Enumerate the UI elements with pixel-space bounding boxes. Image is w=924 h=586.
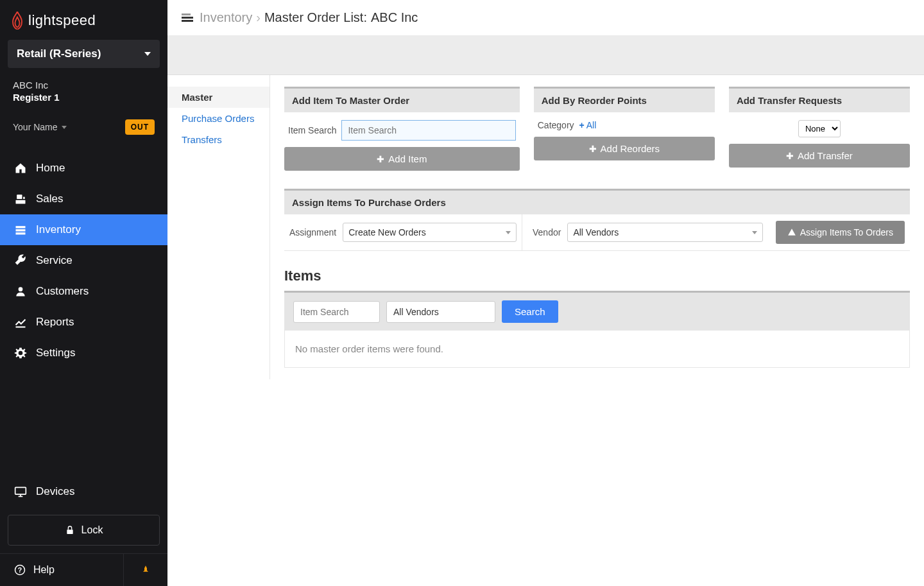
lock-icon — [65, 525, 75, 535]
toolbar-placeholder — [167, 37, 924, 75]
chart-icon — [14, 316, 27, 329]
panel-transfer-title: Add Transfer Requests — [729, 87, 910, 112]
nav-reports[interactable]: Reports — [0, 307, 167, 338]
wrench-icon — [14, 254, 27, 267]
flame-icon — [10, 12, 24, 30]
vendor-label: Vendor — [533, 227, 561, 237]
help-button[interactable]: ? Help — [0, 554, 124, 586]
logo: lightspeed — [0, 0, 167, 40]
nav-devices[interactable]: Devices — [0, 476, 167, 507]
user-icon — [14, 285, 27, 298]
help-icon: ? — [14, 564, 26, 576]
transfer-select[interactable]: None — [798, 120, 841, 137]
breadcrumb-section[interactable]: Inventory — [200, 10, 252, 25]
svg-rect-0 — [16, 200, 26, 204]
svg-rect-8 — [15, 487, 26, 494]
assign-items-button[interactable]: Assign Items To Orders — [776, 221, 905, 244]
content: Master Purchase Orders Transfers Add Ite… — [167, 75, 924, 379]
warning-icon — [787, 228, 796, 237]
nav-customers[interactable]: Customers — [0, 276, 167, 307]
items-panel: All Vendors Search No master order items… — [284, 291, 910, 368]
user-row[interactable]: Your Name OUT — [8, 116, 160, 139]
svg-rect-5 — [16, 232, 26, 234]
add-transfer-button[interactable]: ✚ Add Transfer — [729, 144, 910, 168]
vendor-select[interactable]: All Vendors — [567, 223, 762, 242]
plus-icon: ✚ — [377, 154, 384, 164]
pin-button[interactable] — [124, 554, 167, 586]
register-icon — [14, 193, 27, 205]
lock-button[interactable]: Lock — [8, 515, 160, 546]
search-button[interactable]: Search — [502, 300, 558, 323]
svg-text:?: ? — [18, 566, 22, 574]
chevron-down-icon — [506, 231, 511, 234]
add-reorders-button[interactable]: ✚ Add Reorders — [534, 137, 715, 160]
panel-assign: Assign Items To Purchase Orders Assignme… — [284, 189, 910, 251]
panel-add-item: Add Item To Master Order Item Search ✚ A… — [284, 87, 520, 171]
chevron-down-icon — [752, 231, 757, 234]
svg-rect-2 — [23, 197, 24, 199]
main-nav: Home Sales Inventory Service — [0, 153, 167, 476]
panel-add-item-title: Add Item To Master Order — [284, 87, 520, 112]
svg-rect-11 — [67, 530, 73, 534]
category-all-link[interactable]: + All — [579, 120, 597, 130]
nav-inventory[interactable]: Inventory — [0, 214, 167, 245]
product-switcher[interactable]: Retail (R-Series) — [8, 40, 160, 68]
panel-assign-title: Assign Items To Purchase Orders — [284, 189, 910, 214]
nav-service[interactable]: Service — [0, 245, 167, 276]
svg-rect-1 — [17, 194, 22, 199]
items-vendor-select[interactable]: All Vendors — [386, 301, 495, 323]
item-search-label: Item Search — [288, 125, 336, 135]
logo-text: lightspeed — [28, 12, 96, 29]
category-label: Category — [538, 120, 574, 130]
panel-reorder: Add By Reorder Points Category + All ✚ — [534, 87, 715, 171]
assignment-label: Assignment — [289, 227, 336, 237]
panels: Add Item To Master Order Item Search ✚ A… — [270, 75, 924, 379]
svg-point-6 — [19, 287, 23, 291]
items-heading: Items — [284, 268, 910, 284]
panel-reorder-title: Add By Reorder Points — [534, 87, 715, 112]
gear-icon — [14, 347, 27, 359]
breadcrumb-entity: ABC Inc — [371, 10, 418, 25]
topbar: Inventory › Master Order List: ABC Inc — [167, 0, 924, 37]
empty-message: No master order items were found. — [284, 331, 910, 368]
register-name: Register 1 — [13, 92, 155, 103]
subnav-transfers[interactable]: Transfers — [167, 129, 270, 150]
home-icon — [14, 162, 27, 175]
items-search-input[interactable] — [293, 301, 380, 323]
sidebar-footer: ? Help — [0, 553, 167, 586]
svg-rect-4 — [16, 229, 26, 231]
chevron-down-icon — [144, 52, 151, 56]
subnav-master[interactable]: Master — [167, 87, 270, 108]
company-name: ABC Inc — [13, 80, 155, 90]
inventory-icon — [182, 13, 193, 22]
subnav: Master Purchase Orders Transfers — [167, 75, 270, 379]
assignment-select[interactable]: Create New Orders — [343, 223, 517, 242]
user-label: Your Name — [13, 122, 67, 132]
company-block: ABC Inc Register 1 — [8, 74, 160, 109]
nav-home[interactable]: Home — [0, 153, 167, 184]
breadcrumb: Inventory › Master Order List: ABC Inc — [200, 10, 418, 25]
plus-icon: ✚ — [786, 151, 794, 161]
monitor-icon — [14, 485, 27, 498]
panel-transfer: Add Transfer Requests None ✚ Add Transfe… — [729, 87, 910, 171]
nav-settings[interactable]: Settings — [0, 338, 167, 368]
inventory-icon — [14, 223, 27, 236]
chevron-right-icon: › — [256, 10, 261, 25]
breadcrumb-page: Master Order List: — [264, 10, 367, 25]
plus-icon: + — [579, 120, 585, 130]
add-item-button[interactable]: ✚ Add Item — [284, 147, 520, 171]
sidebar: lightspeed Retail (R-Series) ABC Inc Reg… — [0, 0, 167, 586]
plus-icon: ✚ — [589, 144, 597, 154]
nav-sales[interactable]: Sales — [0, 184, 167, 214]
status-badge[interactable]: OUT — [125, 119, 155, 135]
svg-rect-3 — [16, 226, 26, 228]
subnav-purchase-orders[interactable]: Purchase Orders — [167, 108, 270, 129]
main: Inventory › Master Order List: ABC Inc M… — [167, 0, 924, 586]
item-search-input[interactable] — [341, 120, 515, 141]
product-switcher-label: Retail (R-Series) — [17, 47, 101, 60]
chevron-down-icon — [62, 126, 67, 129]
pin-icon — [141, 565, 151, 575]
